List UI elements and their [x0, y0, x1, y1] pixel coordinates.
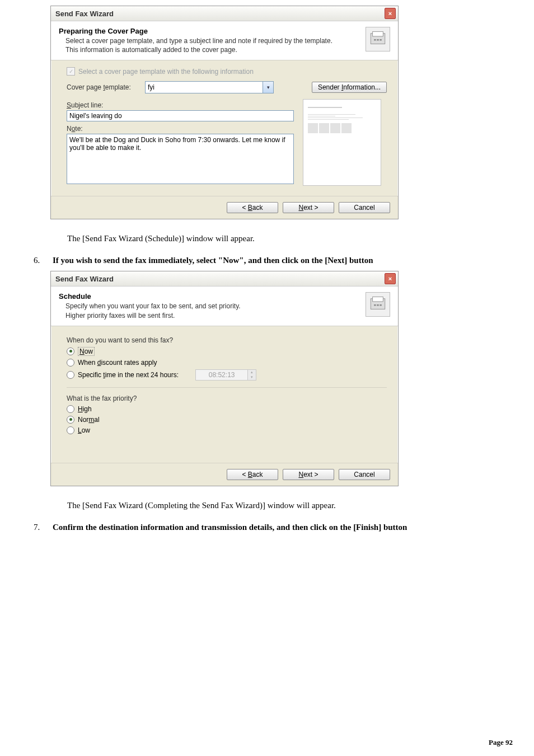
- note-textarea[interactable]: We'll be at the Dog and Duck in Soho fro…: [67, 134, 294, 184]
- step-number: 7.: [34, 523, 53, 532]
- next-button[interactable]: Next >: [283, 202, 334, 213]
- page-label: Page: [489, 738, 504, 746]
- cover-template-label: Cover page template:: [67, 83, 145, 91]
- close-icon[interactable]: ×: [385, 8, 396, 19]
- next-button[interactable]: Next >: [283, 469, 334, 480]
- option-low[interactable]: Low: [67, 426, 387, 434]
- select-template-checkbox[interactable]: ✓ Select a cover page template with the …: [67, 67, 387, 76]
- radio-icon: [67, 426, 74, 434]
- step-text: Confirm the destination information and …: [53, 523, 407, 532]
- page-footer: Page 92: [489, 738, 513, 747]
- title-bar: Send Fax Wizard ×: [51, 271, 398, 287]
- option-discount[interactable]: When discount rates apply: [67, 359, 387, 367]
- option-now[interactable]: Now: [67, 347, 387, 356]
- fax-icon: [366, 292, 390, 317]
- checkbox-icon: ✓: [67, 67, 75, 76]
- svg-rect-4: [380, 39, 381, 41]
- header-subtitle-2: Higher priority faxes will be sent first…: [65, 311, 360, 320]
- radio-icon: [67, 371, 74, 379]
- svg-rect-2: [374, 39, 376, 41]
- note-label: Note:: [67, 125, 294, 133]
- dialog-header: Preparing the Cover Page Select a cover …: [51, 21, 398, 60]
- sender-information-button[interactable]: Sender Information...: [312, 82, 387, 93]
- window-title: Send Fax Wizard: [55, 10, 114, 18]
- page-number: 92: [505, 738, 513, 746]
- schedule-dialog: Send Fax Wizard × Schedule Specify when …: [50, 271, 399, 486]
- back-button[interactable]: < Back: [227, 202, 278, 213]
- cancel-button[interactable]: Cancel: [339, 469, 390, 480]
- step-text: If you wish to send the fax immediately,…: [53, 256, 373, 265]
- svg-rect-8: [377, 304, 378, 306]
- subject-label: Subject line:: [67, 101, 294, 109]
- header-title: Schedule: [59, 292, 360, 300]
- spin-down-icon: ▾: [248, 375, 256, 380]
- svg-rect-6: [373, 297, 383, 302]
- header-subtitle-1: Specify when you want your fax to be sen…: [65, 302, 360, 311]
- radio-icon: [67, 348, 74, 355]
- paragraph: The [Send Fax Wizard (Schedule)] window …: [67, 234, 517, 243]
- svg-rect-9: [380, 304, 381, 306]
- cancel-button[interactable]: Cancel: [339, 202, 390, 213]
- question-priority: What is the fax priority?: [67, 395, 387, 402]
- option-normal[interactable]: Normal: [67, 416, 387, 424]
- option-specific-time[interactable]: Specific time in the next 24 hours: ▴▾: [67, 369, 387, 381]
- cover-template-input[interactable]: [145, 81, 263, 93]
- fax-icon: [366, 27, 390, 51]
- back-button[interactable]: < Back: [227, 469, 278, 480]
- time-input: [195, 369, 248, 381]
- close-icon[interactable]: ×: [385, 273, 396, 284]
- svg-rect-7: [374, 304, 376, 306]
- question-when: When do you want to send this fax?: [67, 336, 387, 344]
- option-high[interactable]: High: [67, 405, 387, 413]
- radio-icon: [67, 359, 74, 367]
- cover-page-preview: [303, 99, 381, 186]
- header-subtitle-1: Select a cover page template, and type a…: [65, 36, 360, 45]
- header-subtitle-2: This information is automatically added …: [65, 45, 360, 54]
- radio-icon: [67, 416, 74, 424]
- dialog-footer: < Back Next > Cancel: [51, 196, 398, 219]
- dialog-footer: < Back Next > Cancel: [51, 463, 398, 486]
- time-spinner: ▴▾: [195, 369, 256, 381]
- subject-input[interactable]: [67, 110, 294, 121]
- cover-template-combo[interactable]: ▾: [145, 81, 274, 93]
- radio-icon: [67, 405, 74, 413]
- chevron-down-icon[interactable]: ▾: [263, 81, 274, 93]
- title-bar: Send Fax Wizard ×: [51, 6, 398, 21]
- dialog-header: Schedule Specify when you want your fax …: [51, 287, 398, 326]
- svg-rect-1: [373, 31, 383, 36]
- cover-page-dialog: Send Fax Wizard × Preparing the Cover Pa…: [50, 6, 399, 219]
- paragraph: The [Send Fax Wizard (Completing the Sen…: [67, 501, 517, 510]
- svg-rect-3: [377, 39, 378, 41]
- checkbox-label: Select a cover page template with the fo…: [78, 68, 254, 76]
- header-title: Preparing the Cover Page: [59, 27, 360, 35]
- window-title: Send Fax Wizard: [55, 275, 114, 283]
- step-7: 7. Confirm the destination information a…: [34, 523, 517, 532]
- step-number: 6.: [34, 256, 53, 265]
- spin-up-icon: ▴: [248, 370, 256, 375]
- step-6: 6. If you wish to send the fax immediate…: [34, 256, 517, 265]
